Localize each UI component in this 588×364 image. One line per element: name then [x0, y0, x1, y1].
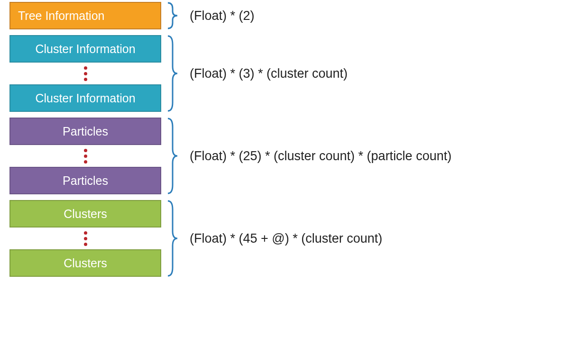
- formula-particles: (Float) * (25) * (cluster count) * (part…: [190, 149, 451, 164]
- box-particles: Particles: [9, 167, 161, 194]
- brace-icon: [167, 2, 180, 29]
- box-label: Clusters: [64, 256, 107, 270]
- box-stack-cluster-info: Cluster Information Cluster Information: [9, 35, 161, 112]
- box-clusters: Clusters: [9, 200, 161, 228]
- section-particles: Particles Particles (Float) * (25) * (cl…: [9, 118, 579, 194]
- box-clusters: Clusters: [9, 249, 161, 277]
- box-cluster-info: Cluster Information: [9, 35, 161, 63]
- box-stack-clusters: Clusters Clusters: [9, 200, 161, 277]
- formula-cluster-info: (Float) * (3) * (cluster count): [190, 66, 348, 81]
- box-label: Particles: [63, 174, 108, 188]
- brace-icon: [167, 35, 180, 112]
- formula-tree-info: (Float) * (2): [190, 9, 255, 23]
- section-tree-info: Tree Information (Float) * (2): [9, 2, 579, 29]
- brace-icon: [167, 200, 180, 277]
- box-label: Clusters: [64, 207, 107, 221]
- vertical-ellipsis-icon: [84, 228, 87, 249]
- box-tree-info: Tree Information: [9, 2, 161, 29]
- box-label: Tree Information: [18, 9, 104, 23]
- vertical-ellipsis-icon: [84, 145, 87, 167]
- box-label: Particles: [63, 125, 108, 138]
- box-stack-tree-info: Tree Information: [9, 2, 161, 29]
- box-particles: Particles: [9, 118, 161, 145]
- box-cluster-info: Cluster Information: [9, 84, 161, 112]
- section-cluster-info: Cluster Information Cluster Information …: [9, 35, 579, 112]
- box-label: Cluster Information: [35, 91, 135, 105]
- box-stack-particles: Particles Particles: [9, 118, 161, 194]
- brace-icon: [167, 118, 180, 194]
- box-label: Cluster Information: [35, 42, 135, 56]
- vertical-ellipsis-icon: [84, 63, 87, 84]
- formula-clusters: (Float) * (45 + @) * (cluster count): [190, 231, 382, 246]
- section-clusters: Clusters Clusters (Float) * (45 + @) * (…: [9, 200, 579, 277]
- data-structure-diagram: Tree Information (Float) * (2) Cluster I…: [9, 0, 579, 277]
